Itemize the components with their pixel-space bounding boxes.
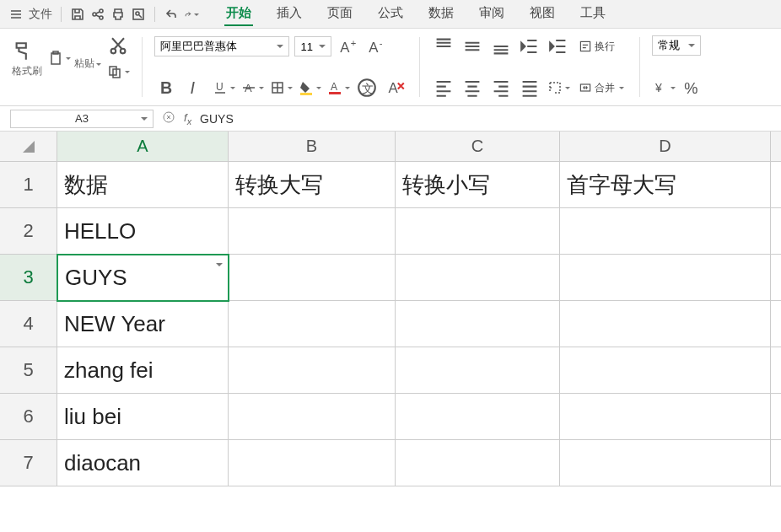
cell-D3[interactable] (560, 255, 771, 301)
align-center-icon[interactable] (461, 77, 484, 99)
menu-icon[interactable] (8, 7, 24, 22)
save-icon[interactable] (70, 7, 85, 22)
indent-inc-icon[interactable] (547, 35, 570, 57)
cell-B1[interactable]: 转换大写 (229, 162, 396, 208)
col-header-C[interactable]: C (396, 132, 560, 162)
cell-D5[interactable] (560, 347, 771, 394)
wrap-label: 换行 (595, 40, 615, 54)
cell-B3[interactable] (229, 255, 396, 301)
currency-icon[interactable]: ¥ (652, 77, 676, 99)
cell-C2[interactable] (396, 208, 560, 255)
print-icon[interactable] (110, 7, 126, 22)
align-right-icon[interactable] (489, 77, 513, 99)
font-size-select[interactable]: 11 (294, 36, 331, 56)
paste-icon[interactable] (47, 47, 71, 69)
phonetic-icon[interactable]: 文 (355, 77, 379, 99)
row-header-3[interactable]: 3 (0, 255, 57, 301)
tab-视图[interactable]: 视图 (528, 2, 557, 26)
bold-icon[interactable]: B (154, 77, 178, 99)
tab-公式[interactable]: 公式 (376, 2, 405, 26)
tab-页面[interactable]: 页面 (326, 2, 354, 26)
percent-icon[interactable]: % (681, 77, 704, 99)
wrap-button[interactable]: 换行 (575, 38, 618, 56)
file-menu[interactable]: 文件 (29, 7, 52, 22)
cell-D6[interactable] (560, 394, 771, 440)
merge-button[interactable]: 合并 (575, 79, 627, 97)
cell-A5[interactable]: zhang fei (57, 347, 229, 394)
cell-B2[interactable] (229, 208, 396, 255)
svg-rect-20 (300, 93, 312, 95)
share-icon[interactable] (90, 7, 105, 22)
row-header-2[interactable]: 2 (0, 208, 57, 255)
svg-point-0 (93, 13, 96, 16)
row-header-6[interactable]: 6 (0, 394, 57, 440)
valign-bot-icon[interactable] (489, 35, 513, 57)
formula-value[interactable]: GUYS (200, 112, 234, 126)
fill-color-icon[interactable] (298, 77, 321, 99)
tab-插入[interactable]: 插入 (275, 2, 304, 26)
row-header-7[interactable]: 7 (0, 440, 57, 486)
cell-A4[interactable]: NEW Year (57, 301, 229, 347)
cell-A7[interactable]: diaocan (57, 440, 229, 486)
format-painter-label: 格式刷 (12, 64, 42, 78)
cell-A1[interactable]: 数据 (57, 162, 229, 208)
fx-icon[interactable]: fx (184, 111, 191, 126)
cell-A6[interactable]: liu bei (57, 394, 229, 440)
cell-C1[interactable]: 转换小写 (396, 162, 560, 208)
cell-B5[interactable] (229, 347, 396, 394)
col-header-A[interactable]: A (57, 132, 229, 162)
cell-C6[interactable] (396, 394, 560, 440)
clear-format-icon[interactable]: A (384, 77, 407, 99)
svg-point-8 (121, 49, 126, 54)
cell-D1[interactable]: 首字母大写 (560, 162, 771, 208)
tab-审阅[interactable]: 审阅 (477, 2, 506, 26)
col-header-B[interactable]: B (229, 132, 396, 162)
italic-icon[interactable]: I (183, 77, 207, 99)
cell-A2[interactable]: HELLO (57, 208, 229, 255)
font-name-select[interactable]: 阿里巴巴普惠体 (154, 36, 289, 56)
cell-C4[interactable] (396, 301, 560, 347)
valign-top-icon[interactable] (432, 35, 455, 57)
cancel-formula-icon[interactable] (162, 110, 175, 126)
spreadsheet-grid[interactable]: ABCD1数据转换大写转换小写首字母大写2HELLO3GUYS4NEW Year… (0, 132, 781, 486)
underline-icon[interactable]: U (212, 77, 235, 99)
cell-D7[interactable] (560, 440, 771, 486)
svg-text:+: + (351, 38, 357, 48)
orientation-icon[interactable] (547, 77, 570, 99)
valign-mid-icon[interactable] (461, 35, 484, 57)
redo-icon[interactable] (184, 7, 199, 22)
decrease-font-icon[interactable]: A- (365, 35, 389, 57)
cell-C3[interactable] (396, 255, 560, 301)
row-header-1[interactable]: 1 (0, 162, 57, 208)
increase-font-icon[interactable]: A+ (337, 35, 360, 57)
row-header-5[interactable]: 5 (0, 347, 57, 394)
name-box[interactable]: A3 (10, 110, 154, 128)
cell-B7[interactable] (229, 440, 396, 486)
row-header-4[interactable]: 4 (0, 301, 57, 347)
preview-icon[interactable] (131, 7, 146, 22)
tab-数据[interactable]: 数据 (427, 2, 455, 26)
tab-开始[interactable]: 开始 (224, 2, 253, 26)
font-color-icon[interactable]: A (326, 77, 350, 99)
cell-C5[interactable] (396, 347, 560, 394)
cell-D4[interactable] (560, 301, 771, 347)
number-format-select[interactable]: 常规 (652, 35, 701, 56)
cell-B6[interactable] (229, 394, 396, 440)
copy-icon[interactable] (106, 61, 130, 83)
strike-icon[interactable]: A (240, 77, 264, 99)
cell-A3[interactable]: GUYS (57, 255, 229, 301)
col-header-D[interactable]: D (560, 132, 771, 162)
undo-icon[interactable] (164, 7, 179, 22)
border-icon[interactable] (269, 77, 293, 99)
align-justify-icon[interactable] (518, 77, 541, 99)
tab-工具[interactable]: 工具 (579, 2, 607, 26)
cell-B4[interactable] (229, 301, 396, 347)
indent-dec-icon[interactable] (518, 35, 541, 57)
svg-text:文: 文 (363, 82, 374, 95)
cut-icon[interactable] (106, 35, 130, 57)
cell-C7[interactable] (396, 440, 560, 486)
format-painter-icon[interactable] (12, 40, 35, 62)
cell-D2[interactable] (560, 208, 771, 255)
align-left-icon[interactable] (432, 77, 455, 99)
paste-label[interactable]: 粘贴 (74, 56, 101, 71)
